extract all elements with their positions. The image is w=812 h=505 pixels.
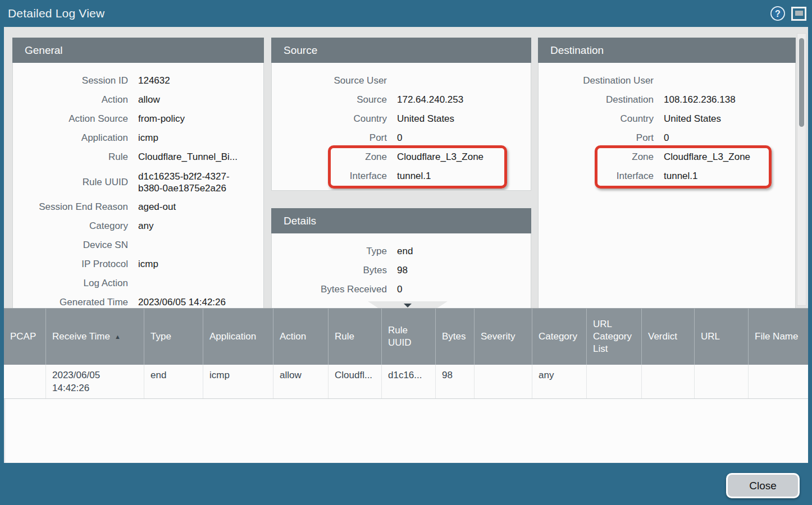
field-label: Destination — [539, 90, 654, 109]
field-row-rule-uuid: Rule UUIDd1c16235-b2f2-4327-b380-0ae1875… — [13, 167, 263, 198]
log-cell-rule: Cloudfl... — [329, 365, 382, 398]
panel-source: Source Source UserSource172.64.240.253Co… — [271, 38, 531, 191]
window-restore-icon-inner — [795, 11, 803, 16]
field-row-interface: Interfacetunnel.1 — [272, 167, 531, 186]
field-label: Country — [272, 109, 387, 128]
splitter-handle[interactable] — [368, 301, 448, 309]
field-value: end — [397, 242, 413, 261]
field-label: Zone — [539, 148, 654, 167]
panel-destination-header: Destination — [538, 38, 796, 63]
field-value: icmp — [138, 255, 158, 274]
field-value: 98 — [397, 261, 408, 280]
field-row-ip-protocol: IP Protocolicmp — [13, 255, 263, 274]
panel-details-header: Details — [271, 208, 531, 233]
vertical-scrollbar[interactable] — [797, 33, 806, 306]
log-cell-action: allow — [273, 365, 329, 398]
column-header-type[interactable]: Type — [144, 309, 203, 365]
field-row-port: Port0 — [539, 128, 795, 148]
column-header-bytes[interactable]: Bytes — [436, 309, 475, 365]
field-label: Device SN — [13, 236, 128, 255]
log-cell-bytes: 98 — [436, 365, 475, 398]
window-restore-icon[interactable] — [791, 7, 806, 21]
log-cell-file-name — [749, 365, 808, 398]
column-header-url-category-list[interactable]: URL Category List — [587, 309, 642, 365]
field-row-session-id: Session ID124632 — [13, 71, 263, 90]
scrollbar-thumb[interactable] — [799, 38, 804, 127]
field-row-country: CountryUnited States — [272, 109, 531, 128]
field-label: IP Protocol — [13, 255, 128, 274]
log-table-body: 2023/06/05 14:42:26endicmpallowCloudfl..… — [4, 365, 808, 399]
field-label: Source User — [272, 71, 387, 90]
field-label: Bytes Received — [272, 280, 387, 299]
field-row-bytes: Bytes98 — [272, 261, 531, 280]
close-button[interactable]: Close — [726, 473, 800, 498]
field-value: 124632 — [138, 71, 170, 90]
column-header-label: PCAP — [10, 330, 36, 343]
field-row-zone: ZoneCloudflare_L3_Zone — [539, 148, 795, 167]
field-row-source-user: Source User — [272, 71, 531, 90]
field-label: Interface — [272, 167, 387, 186]
log-table-row[interactable]: 2023/06/05 14:42:26endicmpallowCloudfl..… — [4, 365, 808, 399]
field-label: Port — [539, 128, 654, 148]
field-label: Action Source — [13, 109, 128, 128]
field-value: 108.162.236.138 — [664, 90, 736, 109]
panel-title: Details — [284, 215, 316, 227]
question-mark-glyph: ? — [775, 9, 781, 19]
field-value: United States — [664, 109, 721, 128]
dialog-titlebar: Detailed Log View ? — [0, 0, 812, 27]
field-row-generated-time: Generated Time2023/06/05 14:42:26 — [13, 293, 263, 309]
field-label: Application — [13, 128, 128, 148]
column-header-pcap[interactable]: PCAP — [4, 309, 46, 365]
column-header-verdict[interactable]: Verdict — [642, 309, 695, 365]
field-value: United States — [397, 109, 454, 128]
field-label: Country — [539, 109, 654, 128]
field-label: Destination User — [539, 71, 654, 90]
column-header-label: URL — [701, 330, 720, 343]
column-header-application[interactable]: Application — [203, 309, 273, 365]
help-icon[interactable]: ? — [770, 6, 786, 21]
log-cell-category: any — [532, 365, 587, 398]
field-label: Generated Time — [13, 293, 128, 309]
column-header-category[interactable]: Category — [532, 309, 587, 365]
field-row-session-end-reason: Session End Reasonaged-out — [13, 198, 263, 217]
column-header-file-name[interactable]: File Name — [749, 309, 808, 365]
field-label: Bytes — [272, 261, 387, 280]
titlebar-icons: ? — [770, 6, 806, 21]
column-header-action[interactable]: Action — [273, 309, 329, 365]
column-header-label: Application — [209, 330, 256, 343]
panel-source-header: Source — [271, 38, 531, 63]
log-cell-rule-uuid: d1c16... — [382, 365, 436, 398]
field-value: allow — [138, 90, 160, 109]
column-header-label: Receive Time — [52, 330, 110, 343]
field-row-zone: ZoneCloudflare_L3_Zone — [272, 148, 531, 167]
panel-details: Details TypeendBytes98Bytes Received0 — [271, 208, 531, 309]
column-header-severity[interactable]: Severity — [475, 309, 532, 365]
column-header-label: Category — [539, 330, 577, 343]
field-value: 0 — [397, 280, 402, 299]
field-label: Zone — [272, 148, 387, 167]
panel-title: General — [25, 44, 63, 57]
column-header-label: Bytes — [442, 330, 466, 343]
field-value: from-policy — [138, 109, 185, 128]
column-header-label: Type — [150, 330, 171, 343]
field-label: Rule — [13, 148, 128, 167]
chevron-down-icon — [404, 304, 412, 307]
column-header-rule[interactable]: Rule — [329, 309, 382, 365]
column-header-label: Severity — [481, 330, 515, 343]
field-value: 2023/06/05 14:42:26 — [138, 293, 226, 309]
log-cell-url-category-list — [587, 365, 642, 398]
column-header-receive-time[interactable]: Receive Time▲ — [46, 309, 144, 365]
log-cell-type: end — [144, 365, 203, 398]
field-label: Action — [13, 90, 128, 109]
field-row-country: CountryUnited States — [539, 109, 795, 128]
field-row-application: Applicationicmp — [13, 128, 263, 148]
column-header-label: Rule — [335, 330, 354, 343]
field-value: 0 — [397, 128, 402, 148]
field-label: Session ID — [13, 71, 128, 90]
panel-general-header: General — [12, 38, 264, 63]
column-header-rule-uuid[interactable]: Rule UUID — [382, 309, 436, 365]
column-header-url[interactable]: URL — [695, 309, 749, 365]
panel-general: General Session ID124632ActionallowActio… — [12, 38, 264, 309]
column-header-label: File Name — [755, 330, 798, 343]
log-table: PCAPReceive Time▲TypeApplicationActionRu… — [4, 309, 808, 463]
